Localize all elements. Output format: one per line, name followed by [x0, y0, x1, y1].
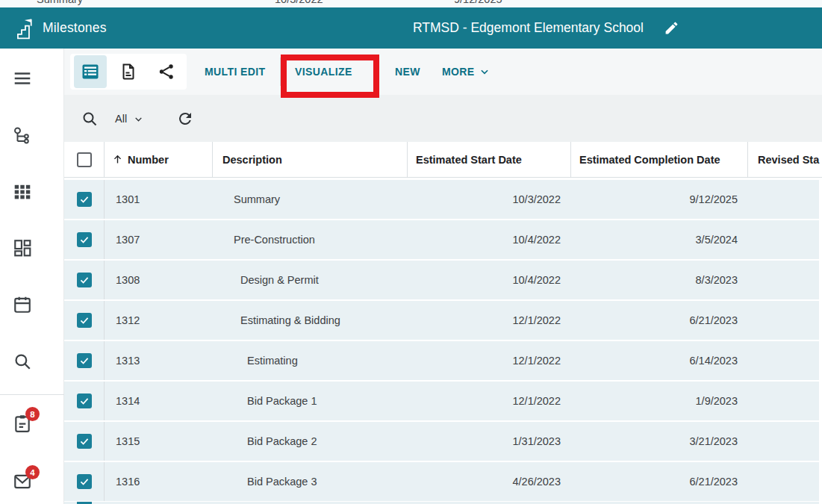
refresh-icon	[176, 110, 194, 128]
edit-pencil-icon	[664, 20, 679, 36]
header-revised-start-date[interactable]: Revised Sta	[748, 142, 822, 177]
table-row[interactable]: 1301 Summary 10/3/2022 9/12/2025	[64, 180, 819, 219]
row-description: Bid Package 2	[213, 435, 408, 447]
grid-apps-icon	[13, 182, 32, 202]
table-view-button[interactable]	[74, 55, 107, 88]
row-checkbox-cell	[64, 261, 105, 299]
sidebar-item-apps-grid[interactable]	[13, 182, 32, 202]
row-checkbox[interactable]	[77, 192, 92, 207]
new-button[interactable]: NEW	[384, 54, 432, 90]
row-checkbox-cell	[64, 220, 105, 259]
row-est-start-date: 12/1/2022	[408, 314, 571, 326]
mail-badge: 4	[25, 465, 40, 479]
sidebar-item-dashboard[interactable]	[13, 238, 32, 258]
header-revised-start-label: Revised Sta	[758, 154, 819, 166]
row-checkbox[interactable]	[77, 273, 92, 287]
row-checkbox[interactable]	[77, 232, 92, 247]
table-row[interactable]: 1313 Estimating 12/1/2022 6/14/2023	[64, 341, 819, 380]
chevron-down-icon	[479, 66, 490, 77]
sliver-text-2: 10/3/2022	[275, 0, 323, 5]
row-checkbox[interactable]	[77, 313, 92, 328]
main-content: MULTI EDIT VISUALIZE NEW MORE	[64, 49, 822, 504]
row-checkbox[interactable]	[77, 353, 92, 368]
header-number[interactable]: Number	[105, 142, 213, 177]
row-description-text: Design & Permit	[240, 274, 319, 286]
menu-button[interactable]	[13, 69, 32, 88]
sidebar-item-tasks[interactable]: 8	[13, 414, 32, 433]
more-button[interactable]: MORE	[432, 54, 500, 90]
select-all-checkbox[interactable]	[77, 152, 92, 167]
app-header: Milestones RTMSD - Edgemont Elementary S…	[0, 7, 822, 49]
row-number: 1313	[105, 355, 213, 367]
calendar-icon	[13, 295, 32, 314]
row-description-text: Summary	[234, 193, 280, 205]
row-checkbox[interactable]	[77, 393, 92, 408]
header-est-start-date[interactable]: Estimated Start Date	[408, 142, 571, 177]
row-description-text: Estimating	[247, 355, 298, 367]
clipped-row-sliver: Summary 10/3/2022 9/12/2025	[0, 0, 822, 7]
scope-chevron-down-icon	[134, 114, 143, 124]
document-view-button[interactable]	[112, 55, 145, 88]
share-view-button[interactable]	[150, 55, 183, 88]
search-icon	[13, 352, 32, 371]
sidebar-item-calendar[interactable]	[13, 295, 32, 314]
table-row[interactable]: 1308 Design & Permit 10/4/2022 8/3/2023	[64, 261, 819, 299]
header-number-label: Number	[128, 154, 169, 166]
row-est-start-date: 12/1/2022	[408, 355, 571, 367]
row-checkbox[interactable]	[77, 434, 92, 449]
row-description: Estimating & Bidding	[213, 314, 408, 326]
row-checkbox-cell	[64, 382, 105, 420]
row-est-completion-date: 3/5/2024	[571, 234, 748, 246]
row-description: Bid Package 3	[213, 476, 408, 488]
row-est-start-date: 10/3/2022	[408, 193, 571, 205]
row-checkbox-cell	[64, 180, 105, 219]
row-description: Estimating	[213, 355, 408, 367]
table-header-row: Number Description Estimated Start Date …	[64, 142, 822, 178]
row-checkbox-cell	[64, 462, 105, 501]
edit-project-button[interactable]	[664, 20, 679, 36]
table-row[interactable]: 1314 Bid Package 1 12/1/2022 1/9/2023	[64, 382, 819, 420]
grid-search-button[interactable]	[81, 109, 99, 128]
table-row[interactable]: 1312 Estimating & Bidding 12/1/2022 6/21…	[64, 301, 819, 340]
visualize-button[interactable]: VISUALIZE	[286, 54, 361, 90]
row-checkbox-cell	[64, 422, 105, 461]
row-est-completion-date: 3/21/2023	[571, 435, 748, 447]
project-title: RTMSD - Edgemont Elementary School	[413, 20, 644, 36]
row-est-completion-date: 9/12/2025	[571, 193, 748, 205]
header-description-label: Description	[222, 154, 282, 166]
table-view-icon	[81, 63, 99, 81]
refresh-button[interactable]	[176, 109, 194, 128]
table-row[interactable]: 1307 Pre-Construction 10/4/2022 3/5/2024	[64, 220, 819, 259]
row-est-completion-date: 6/21/2023	[571, 314, 748, 326]
row-est-start-date: 10/4/2022	[408, 274, 571, 286]
row-est-completion-date: 1/9/2023	[571, 395, 748, 407]
sliver-text-1: Summary	[37, 0, 83, 5]
sidebar-item-mail[interactable]: 4	[13, 472, 32, 491]
row-description-text: Pre-Construction	[234, 234, 315, 246]
row-number: 1308	[105, 274, 213, 286]
header-est-start-label: Estimated Start Date	[416, 154, 522, 166]
row-est-completion-date: 6/14/2023	[571, 355, 748, 367]
row-description: Summary	[213, 193, 408, 205]
row-checkbox-cell	[64, 341, 105, 380]
sidebar-item-search[interactable]	[13, 352, 32, 371]
row-description-text: Estimating & Bidding	[240, 314, 340, 326]
header-est-completion-label: Estimated Completion Date	[579, 154, 720, 166]
table-row[interactable]: 1315 Bid Package 2 1/31/2023 3/21/2023	[64, 422, 819, 461]
row-description: Bid Package 1	[213, 395, 408, 407]
multi-edit-button[interactable]: MULTI EDIT	[193, 54, 278, 90]
row-est-start-date: 12/1/2022	[408, 395, 571, 407]
scope-dropdown[interactable]: All	[115, 109, 143, 128]
row-checkbox-cell	[64, 301, 105, 340]
row-checkbox[interactable]	[77, 474, 92, 489]
scope-dropdown-label: All	[115, 113, 127, 125]
toolbar-divider	[280, 57, 281, 86]
header-description[interactable]: Description	[213, 142, 408, 177]
header-checkbox-cell	[64, 142, 105, 177]
header-est-completion-date[interactable]: Estimated Completion Date	[571, 142, 748, 177]
row-number: 1314	[105, 395, 213, 407]
more-button-label: MORE	[442, 66, 475, 78]
sidebar-item-project-tree[interactable]	[13, 126, 32, 146]
table-row[interactable]: 1316 Bid Package 3 4/26/2023 6/21/2023	[64, 462, 819, 501]
row-description-text: Bid Package 3	[247, 476, 317, 488]
